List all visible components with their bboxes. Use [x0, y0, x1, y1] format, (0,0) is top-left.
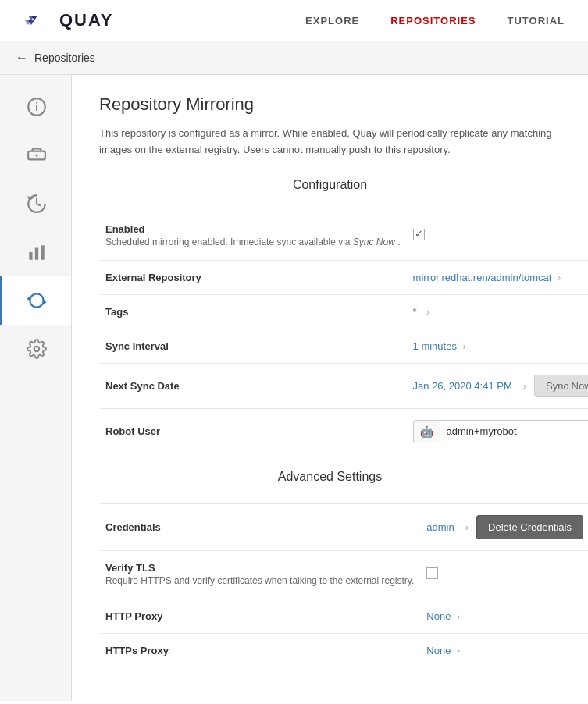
page-title: Repository Mirroring [99, 94, 561, 115]
quay-logo-icon [23, 9, 55, 31]
main-nav: EXPLORE REPOSITORIES TUTORIAL [305, 15, 565, 27]
enabled-sublabel: Scheduled mirroring enabled. Immediate s… [105, 235, 401, 249]
credentials-row: Credentials admin › Delete Credentials [99, 503, 588, 550]
gear-icon [27, 339, 47, 359]
credentials-value[interactable]: admin [426, 521, 454, 533]
credentials-label: Credentials [99, 503, 420, 550]
http-proxy-label: HTTP Proxy [99, 599, 420, 633]
delete-credentials-button[interactable]: Delete Credentials [476, 515, 583, 539]
advanced-table: Credentials admin › Delete Credentials V… [99, 503, 588, 667]
http-proxy-chevron: › [457, 610, 460, 622]
http-proxy-value[interactable]: None [426, 610, 451, 622]
tags-value: * [413, 306, 417, 318]
external-repo-link[interactable]: mirror.redhat.ren/admin/tomcat [413, 272, 552, 283]
robot-user-input[interactable] [440, 421, 588, 442]
next-sync-row: Next Sync Date Jan 26, 2020 4:41 PM › Sy… [99, 363, 588, 408]
advanced-section: Advanced Settings Credentials admin › De… [99, 470, 561, 667]
mirror-icon [27, 290, 47, 311]
sync-now-link-label[interactable]: Sync Now [353, 236, 395, 247]
svg-rect-5 [41, 245, 44, 259]
back-arrow[interactable]: ← [16, 51, 28, 65]
enabled-label: Enabled [105, 223, 401, 235]
svg-point-2 [35, 154, 37, 156]
tag-row: * › [413, 306, 588, 318]
verify-tls-sublabel: Require HTTPS and verify certificates wh… [105, 574, 414, 588]
logo: QUAY [23, 9, 114, 31]
svg-rect-3 [29, 252, 32, 260]
next-sync-chevron: › [523, 380, 526, 392]
verify-tls-label: Verify TLS [105, 562, 414, 574]
http-proxy-row: HTTP Proxy None › [99, 599, 588, 633]
nav-explore[interactable]: EXPLORE [305, 15, 359, 27]
https-proxy-row: HTTPs Proxy None › [99, 633, 588, 667]
nav-repositories[interactable]: REPOSITORIES [390, 15, 476, 27]
next-sync-value[interactable]: Jan 26, 2020 4:41 PM [413, 380, 512, 392]
svg-text:i: i [35, 101, 38, 113]
robot-user-input-wrap: 🤖 ▾ [413, 420, 588, 443]
info-icon: i [27, 97, 47, 117]
https-proxy-chevron: › [457, 645, 460, 656]
external-repo-row: External Repository mirror.redhat.ren/ad… [99, 260, 588, 294]
enabled-label-block: Enabled Scheduled mirroring enabled. Imm… [105, 223, 401, 249]
sync-interval-label: Sync Interval [99, 329, 407, 363]
stats-icon [27, 242, 47, 262]
sync-interval-value[interactable]: 1 minutes [413, 340, 457, 352]
configuration-header: Configuration [99, 178, 561, 200]
robot-icon: 🤖 [414, 421, 440, 443]
sidebar: i [0, 75, 72, 701]
breadcrumb: ← Repositories [0, 41, 588, 75]
breadcrumb-text: Repositories [34, 52, 95, 64]
sync-now-button[interactable]: Sync Now [534, 375, 588, 397]
external-repo-chevron: › [558, 272, 561, 283]
verify-tls-checkbox[interactable] [426, 567, 438, 579]
page-description: This repository is configured as a mirro… [99, 126, 552, 158]
robot-user-label: Robot User [99, 408, 407, 454]
sidebar-item-tags[interactable] [0, 131, 71, 180]
sidebar-item-history[interactable] [0, 180, 71, 228]
sync-interval-chevron: › [463, 340, 466, 352]
header: QUAY EXPLORE REPOSITORIES TUTORIAL [0, 0, 588, 41]
tags-chevron: › [426, 306, 429, 318]
sync-date-cell: Jan 26, 2020 4:41 PM › Sync Now [413, 375, 588, 397]
next-sync-label: Next Sync Date [99, 363, 407, 408]
credentials-cell: admin › Delete Credentials [426, 515, 583, 539]
content: Repository Mirroring This repository is … [72, 75, 588, 701]
tag-icon [27, 145, 47, 165]
sync-interval-row: Sync Interval 1 minutes › [99, 329, 588, 363]
verify-tls-label-block: Verify TLS Require HTTPS and verify cert… [105, 562, 414, 588]
history-icon [27, 194, 47, 214]
sidebar-item-stats[interactable] [0, 228, 71, 276]
config-table: Enabled Scheduled mirroring enabled. Imm… [99, 212, 588, 454]
enabled-row: Enabled Scheduled mirroring enabled. Imm… [99, 212, 588, 260]
svg-point-6 [34, 347, 40, 352]
nav-tutorial[interactable]: TUTORIAL [508, 15, 565, 27]
sidebar-item-settings[interactable] [0, 325, 71, 373]
tags-label: Tags [99, 294, 407, 329]
logo-text: QUAY [59, 10, 114, 30]
https-proxy-label: HTTPs Proxy [99, 633, 420, 667]
credentials-chevron: › [465, 521, 469, 533]
external-repo-label: External Repository [99, 260, 407, 294]
https-proxy-value[interactable]: None [426, 645, 451, 656]
verify-tls-row: Verify TLS Require HTTPS and verify cert… [99, 550, 588, 599]
robot-user-row: Robot User 🤖 ▾ [99, 408, 588, 454]
main-layout: i [0, 75, 588, 701]
sidebar-item-info[interactable]: i [0, 83, 71, 131]
tags-row: Tags * › [99, 294, 588, 329]
svg-rect-4 [35, 248, 38, 260]
enabled-checkbox[interactable] [413, 229, 425, 240]
sidebar-item-mirror[interactable] [0, 276, 71, 325]
advanced-header: Advanced Settings [99, 470, 561, 492]
